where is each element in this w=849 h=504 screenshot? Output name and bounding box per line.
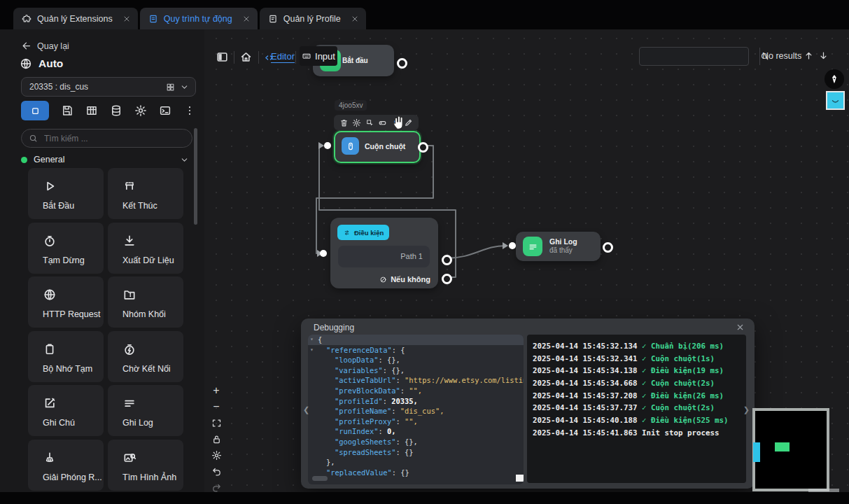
redo-button[interactable] <box>210 482 223 492</box>
console-button[interactable] <box>159 104 171 117</box>
section-general[interactable]: General <box>21 155 189 164</box>
block-card-label: HTTP Request <box>43 309 100 319</box>
view-blocks-button[interactable] <box>21 101 49 120</box>
minimap-viewport[interactable] <box>808 489 839 492</box>
block-card[interactable]: Xuất Dữ Liệu <box>108 223 183 274</box>
block-card-label: Kết Thúc <box>122 201 157 211</box>
condition-path-row[interactable]: Path 1 <box>338 246 430 267</box>
lock-canvas-button[interactable] <box>210 433 223 444</box>
tab-label: Quy trình tự động <box>164 14 232 24</box>
block-card[interactable]: HTTP Request <box>28 276 104 328</box>
fit-view-button[interactable] <box>210 417 223 428</box>
sidebar-scrollbar[interactable] <box>194 128 197 225</box>
home-icon[interactable] <box>239 50 253 64</box>
log-node-output-port[interactable] <box>603 242 613 253</box>
log-node-input-port[interactable] <box>509 242 516 249</box>
block-card[interactable]: Kết Thúc <box>108 168 183 219</box>
block-card-label: Bắt Đầu <box>43 201 74 211</box>
profile-select[interactable]: 20335 : dis_cus <box>21 77 196 97</box>
delete-node-icon[interactable] <box>339 118 349 127</box>
block-card[interactable]: Ghi Chú <box>28 385 104 436</box>
pen-nib-extension-icon[interactable] <box>825 69 844 89</box>
broom-icon <box>43 451 57 465</box>
json-line: "prevBlockData": "", <box>308 386 524 396</box>
condition-path-output-port[interactable] <box>442 255 452 265</box>
block-card[interactable]: Bộ Nhớ Tạm <box>28 331 104 382</box>
save-button[interactable] <box>61 104 73 117</box>
panel-toggle-icon[interactable] <box>216 50 229 64</box>
log-node-subtitle: đã thấy <box>549 246 573 254</box>
tab-workflows[interactable]: Quy trình tự động <box>140 8 258 29</box>
zoom-in-button[interactable]: + <box>210 385 223 396</box>
log-line: 2025-04-14 15:45:32.134 ✓ Chuẩn bị(206 m… <box>533 340 746 353</box>
block-card[interactable]: Bắt Đầu <box>28 168 104 219</box>
collapse-left-icon[interactable]: ❮ <box>303 405 309 414</box>
finish-icon <box>122 179 136 193</box>
block-card[interactable]: Nhóm Khối <box>108 276 183 328</box>
scroll-node-output-port[interactable] <box>418 142 428 153</box>
smile-extension-icon[interactable] <box>826 91 845 110</box>
editor-view-link[interactable]: Editor <box>271 51 295 63</box>
duplicate-node-icon[interactable] <box>365 118 374 127</box>
collapse-right-icon[interactable]: ❯ <box>743 405 750 414</box>
condition-badge-label: Điều kiện <box>354 229 384 237</box>
block-card-label: Tìm Hình Ảnh <box>122 472 176 482</box>
json-line: }, <box>308 457 524 468</box>
condition-node[interactable]: Điều kiện Path 1 Nếu không <box>330 218 438 288</box>
back-label: Quay lại <box>37 41 69 51</box>
scroll-mouse-node[interactable]: Cuộn chuột <box>334 131 421 163</box>
tab-extensions[interactable]: Quản lý Extensions <box>13 8 138 29</box>
json-hscroll-thumb[interactable] <box>516 475 524 482</box>
debug-log-output[interactable]: 2025-04-14 15:45:32.134 ✓ Chuẩn bị(206 m… <box>527 335 746 483</box>
json-line: ▾"referenceData": { <box>308 345 524 356</box>
node-settings-icon[interactable] <box>352 118 361 127</box>
minimap-node-green <box>775 442 790 451</box>
condition-input-port[interactable] <box>320 250 327 257</box>
json-hscroll-track[interactable] <box>312 476 328 481</box>
tab-label: Quản lý Extensions <box>37 14 113 24</box>
toggle-node-icon[interactable] <box>378 118 387 127</box>
extension-icon <box>22 14 31 24</box>
log-line: 2025-04-14 15:45:37.208 ✓ Điều kiện(26 m… <box>533 390 746 402</box>
minimap[interactable] <box>752 408 829 491</box>
tab-profiles[interactable]: Quản lý Profile <box>260 8 366 29</box>
block-card[interactable]: Giải Phóng R... <box>28 440 104 491</box>
log-line: 2025-04-14 15:45:40.188 ✓ Điều kiện(525 … <box>533 414 746 427</box>
imgsearch-icon <box>122 451 136 465</box>
block-card[interactable]: Ghi Log <box>108 385 183 436</box>
more-menu-button[interactable] <box>183 104 196 117</box>
input-view-label: Input <box>315 51 335 62</box>
clipboard-icon <box>43 342 57 356</box>
canvas-search-input[interactable] <box>640 48 759 65</box>
workflow-canvas[interactable]: Editor Bắt đầu Input No results 4joo5xv <box>204 29 849 492</box>
tab-close-icon[interactable] <box>122 15 131 23</box>
close-icon[interactable] <box>736 323 745 332</box>
block-search-input[interactable] <box>43 133 185 144</box>
zoom-out-button[interactable]: − <box>210 401 223 412</box>
back-button[interactable]: Quay lại <box>21 41 69 51</box>
block-card[interactable]: Tạm Dừng <box>28 223 104 274</box>
table-button[interactable] <box>85 104 98 117</box>
input-view-button[interactable]: Input <box>300 46 337 66</box>
block-card[interactable]: Tìm Hình Ảnh <box>108 440 183 491</box>
tab-close-icon[interactable] <box>351 15 359 23</box>
block-palette: Bắt ĐầuKết ThúcTạm DừngXuất Dữ LiệuHTTP … <box>28 168 183 491</box>
block-card[interactable]: Chờ Kết Nối <box>108 331 183 382</box>
auto-layout-button[interactable] <box>210 449 223 461</box>
settings-button[interactable] <box>134 104 147 117</box>
find-previous-icon[interactable] <box>804 50 814 61</box>
tab-close-icon[interactable] <box>242 15 251 23</box>
condition-else-output-port[interactable] <box>442 274 452 284</box>
find-next-icon[interactable] <box>818 50 829 61</box>
collapse-caret-icon[interactable]: ▾ <box>310 335 314 345</box>
debugging-panel: Debugging ▾{▾"referenceData": {"loopData… <box>301 318 755 489</box>
storage-button[interactable] <box>110 104 122 117</box>
log-node[interactable]: Ghi Log đã thấy <box>516 232 601 261</box>
collapse-caret-icon[interactable]: ▾ <box>310 345 314 356</box>
start-node-output-port[interactable] <box>397 58 407 69</box>
json-line: "googleSheets": {}, <box>308 437 524 447</box>
keyboard-icon <box>302 51 311 61</box>
scroll-node-input-port[interactable] <box>324 142 331 149</box>
undo-button[interactable] <box>210 465 223 477</box>
debug-json-viewer[interactable]: ▾{▾"referenceData": {"loopData": {},"var… <box>308 335 524 484</box>
